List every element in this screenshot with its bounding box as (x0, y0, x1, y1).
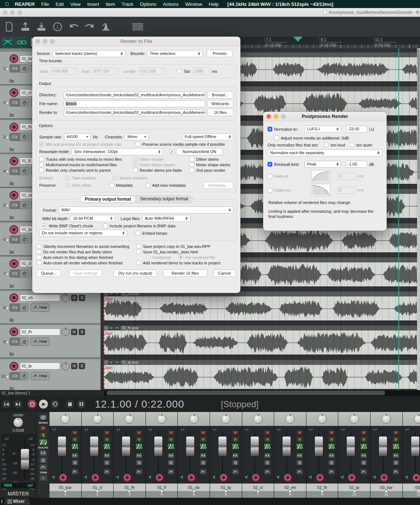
strip-pan-knob[interactable] (317, 414, 327, 424)
arrange-horizontal-scrollbar[interactable] (104, 390, 420, 396)
record-arm-button[interactable] (10, 327, 18, 336)
strip-fx-button[interactable]: FX (103, 453, 110, 458)
strip-route-button[interactable] (360, 443, 367, 449)
strip-pan-knob[interactable] (60, 414, 70, 424)
track-fx-button[interactable]: FX (10, 167, 20, 175)
record-arm-button[interactable] (10, 225, 18, 234)
track-grouping-dot[interactable] (6, 204, 9, 207)
strip-grouping-dot[interactable] (96, 490, 99, 493)
noise-stems-checkbox[interactable] (189, 162, 194, 167)
track-pan-knob[interactable] (62, 328, 70, 336)
track-pan-knob[interactable] (62, 294, 70, 302)
increment-filenames-checkbox[interactable] (37, 244, 41, 249)
close-icon[interactable] (266, 114, 271, 119)
item-notes-icon[interactable]: ! (104, 326, 108, 330)
strip-solo-button[interactable]: S (296, 437, 303, 442)
cancel-button[interactable]: Cancel (213, 270, 236, 277)
strip-envelope-button[interactable] (264, 469, 271, 475)
strip-fx-button[interactable]: FX (232, 453, 239, 458)
strip-route-button[interactable] (264, 443, 271, 449)
strip-fader[interactable] (58, 436, 66, 457)
strip-fader[interactable] (218, 436, 227, 457)
track-fx-button[interactable]: FX (10, 99, 20, 106)
too-quiet-checkbox[interactable] (350, 142, 355, 147)
media-item-row[interactable]: !MFX02_fh.wavStart (104, 326, 417, 355)
record-arm-button[interactable] (10, 54, 18, 63)
strip-fader[interactable] (379, 436, 387, 457)
presets-button[interactable]: Presets (207, 50, 232, 57)
app-menu-reaper[interactable]: REAPER (15, 1, 35, 7)
master-route-button[interactable] (39, 439, 47, 445)
project-settings-icon[interactable]: i (52, 21, 63, 32)
parent-channels-checkbox[interactable] (39, 168, 44, 172)
strip-solo-button[interactable]: S (264, 437, 271, 442)
track-grouping-dot[interactable] (6, 375, 9, 378)
strip-fx-button[interactable]: FX (200, 453, 207, 458)
strip-envelope-button[interactable] (232, 469, 239, 475)
record-arm-button[interactable] (10, 157, 18, 166)
stats-per-file-radio[interactable] (178, 255, 183, 260)
strip-route-button[interactable] (393, 443, 399, 449)
strip-envelope-button[interactable] (103, 469, 110, 475)
track-fx-bypass-button[interactable] (20, 167, 28, 175)
strip-solo-button[interactable]: S (200, 437, 207, 442)
record-button[interactable] (27, 399, 37, 409)
metronome-icon[interactable] (100, 21, 111, 32)
strip-grouping-dot[interactable] (321, 490, 324, 493)
strip-pan-knob[interactable] (285, 414, 295, 424)
pause-button[interactable] (76, 399, 86, 409)
media-item-row[interactable]: !MFX02_eh.wavStart (104, 292, 417, 321)
channels-select[interactable]: Mono (125, 133, 149, 140)
menu-item-item[interactable]: Item (106, 1, 115, 7)
strip-fx-button[interactable]: FX (296, 453, 303, 458)
length-field[interactable]: 0:57.328 (139, 68, 165, 75)
strip-envelope-button[interactable] (71, 469, 78, 475)
strip-fx-bypass-button[interactable] (296, 460, 303, 465)
render-speed-select[interactable]: Full-speed Offline (182, 133, 233, 140)
render-button[interactable]: Render 16 files (163, 270, 207, 277)
embed-tempo-checkbox[interactable] (136, 231, 140, 235)
brickwall-checkbox[interactable] (268, 162, 272, 167)
record-arm-button[interactable] (10, 293, 18, 302)
item-mute-button[interactable]: M (109, 326, 114, 330)
strip-pan-knob[interactable] (382, 414, 391, 424)
record-arm-button[interactable] (10, 362, 18, 371)
track-fx-bypass-button[interactable] (20, 270, 28, 277)
prefader-checkbox[interactable] (133, 168, 138, 172)
queue-button[interactable]: Queue... (37, 270, 61, 277)
undo-icon[interactable] (68, 21, 79, 32)
track-pan-knob[interactable] (62, 362, 70, 370)
strip-fx-button[interactable]: FX (167, 453, 174, 458)
go-to-end-button[interactable] (13, 399, 23, 409)
strip-grouping-dot[interactable] (417, 490, 420, 493)
strip-route-button[interactable] (328, 443, 335, 449)
normalize-enable-checkbox[interactable] (169, 149, 174, 154)
track-panel[interactable]: 1002_tpMSFXTRIM (0, 359, 100, 390)
strip-route-button[interactable] (103, 443, 110, 449)
strip-fx-button[interactable]: FX (393, 453, 399, 458)
track-fx-button[interactable]: FX (10, 338, 20, 345)
strip-record-arm-button[interactable] (251, 473, 260, 482)
strip-solo-button[interactable]: S (136, 437, 143, 442)
item-fx-button[interactable]: FX (114, 326, 120, 330)
item-notes-icon[interactable]: ! (104, 360, 108, 364)
strip-solo-button[interactable]: S (167, 437, 174, 442)
filename-field[interactable]: $track (64, 100, 205, 107)
normalize-scope-select[interactable]: Normalize each file separately (268, 149, 382, 156)
strip-fx-button[interactable]: FX (328, 453, 335, 458)
track-fx-button[interactable]: FX (10, 372, 20, 380)
strip-fader[interactable] (411, 436, 420, 457)
normalize-value-field[interactable]: -23.00 (346, 126, 367, 133)
strip-route-button[interactable] (296, 443, 303, 449)
strip-fader[interactable] (346, 436, 355, 457)
track-grouping-dot[interactable] (6, 102, 9, 104)
strip-solo-button[interactable]: S (232, 437, 239, 442)
media-item-header[interactable]: !MFX02_tp.wav (104, 360, 417, 365)
menu-item-track[interactable]: Track (122, 1, 133, 7)
track-grouping-dot[interactable] (6, 239, 9, 241)
strip-fx-bypass-button[interactable] (393, 460, 399, 465)
strip-record-arm-button[interactable] (316, 473, 324, 482)
track-name-field[interactable]: 02_fh (20, 328, 60, 335)
preserve-rate-checkbox[interactable] (136, 142, 140, 146)
metadata-checkbox[interactable] (109, 183, 114, 188)
